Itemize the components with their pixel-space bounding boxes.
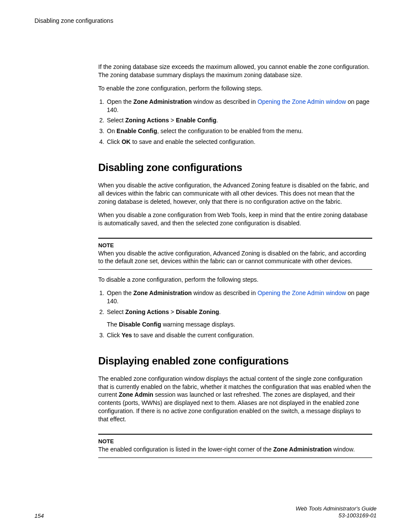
disabling-para-3: To disable a zone configuration, perform… [98,276,372,284]
intro-para-2: To enable the zone configuration, perfor… [98,84,372,93]
step-2: Select Zoning Actions > Enable Config. [106,116,372,124]
text: , select the configuration to be enabled… [157,128,303,134]
note-block: NOTE When you disable the active configu… [98,238,372,266]
text-bold: Disable Config [119,321,161,328]
heading-displaying: Displaying enabled zone configurations [98,355,372,367]
text: window. [332,446,355,453]
step-3: On Enable Config, select the configurati… [106,127,372,135]
text-bold: Disable Zoning [176,308,219,315]
text: . [219,308,221,315]
note-label: NOTE [98,438,372,445]
text-bold: Enable Config [176,117,216,124]
page: Disabling zone configurations If the zon… [0,0,411,532]
step-1: Open the Zone Administration window as d… [106,98,372,114]
text: The [107,321,119,328]
footer-title: Web Tools Administrator's Guide [296,505,377,512]
note-body: When you disable the active configuratio… [98,249,372,266]
text-bold: Zone Administration [134,98,192,105]
disabling-para-1: When you disable the active configuratio… [98,181,372,206]
note-block: NOTE The enabled configuration is listed… [98,434,372,454]
heading-disabling: Disabling zone configurations [98,162,372,174]
text: The enabled configuration is listed in t… [98,446,273,453]
substep: The Disable Config warning message displ… [107,320,372,329]
text-bold: OK [121,138,131,145]
step-4: Click OK to save and enable the selected… [106,138,372,146]
text-bold: Enable Config [117,128,157,134]
text: Select [107,117,125,124]
text: window as described in [192,289,258,296]
text-bold: Zone Administration [134,289,192,296]
step-3: Click Yes to save and disable the curren… [106,331,372,339]
disable-steps-list: Open the Zone Administration window as d… [98,289,372,339]
text-bold: Zoning Actions [125,308,169,315]
text: window as described in [192,98,258,105]
text-bold: Zone Administration [273,446,332,453]
note-rule [98,269,372,270]
zone-admin-window-link[interactable]: Opening the Zone Admin window [258,289,346,296]
text-bold: Zoning Actions [125,117,169,124]
note-label: NOTE [98,242,372,249]
intro-para-1: If the zoning database size exceeds the … [98,63,372,79]
running-header: Disabling zone configurations [34,17,377,24]
page-number: 154 [34,513,44,519]
note-rule [98,457,372,458]
text: warning message displays. [161,321,235,328]
disabling-para-2: When you disable a zone configuration fr… [98,211,372,227]
page-footer: 154 Web Tools Administrator's Guide 53-1… [34,505,377,520]
header-text: Disabling zone configurations [34,17,113,24]
text: Click [107,332,121,339]
text: > [169,117,176,124]
step-2: Select Zoning Actions > Disable Zoning. … [106,308,372,329]
text: to save and enable the selected configur… [131,138,255,145]
footer-code: 53-1003169-01 [296,512,377,519]
text: . [216,117,218,124]
note-body: The enabled configuration is listed in t… [98,445,372,454]
text: Click [107,138,121,145]
enable-steps-list: Open the Zone Administration window as d… [98,98,372,146]
text-bold: Yes [121,332,132,339]
text: > [169,308,176,315]
text: to save and disable the current configur… [132,332,254,339]
zone-admin-window-link[interactable]: Opening the Zone Admin window [258,98,346,105]
footer-right: Web Tools Administrator's Guide 53-10031… [296,505,377,520]
displaying-para-1: The enabled zone configuration window di… [98,375,372,423]
text: On [107,128,117,134]
text: Select [107,308,125,315]
text: Open the [107,289,134,296]
step-1: Open the Zone Administration window as d… [106,289,372,305]
text: Open the [107,98,134,105]
text-bold: Zone Admin [118,391,153,398]
main-content: If the zoning database size exceeds the … [98,63,372,458]
